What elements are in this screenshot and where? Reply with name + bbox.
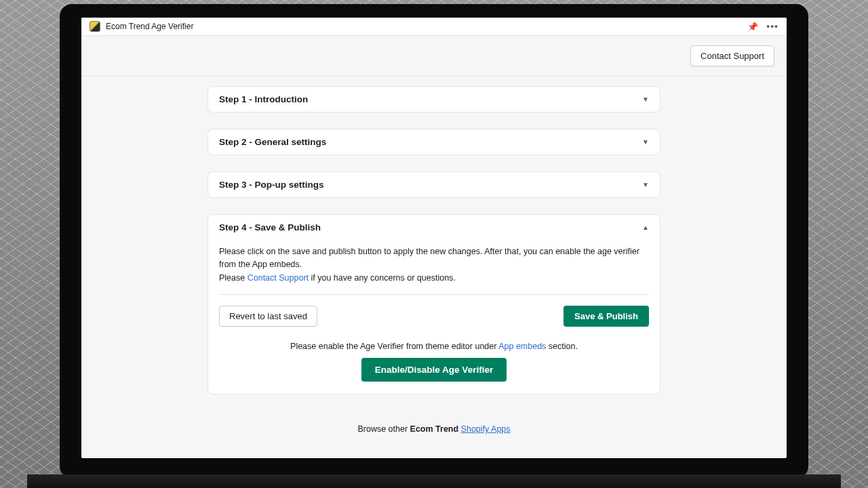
laptop-frame: Ecom Trend Age Verifier 📌 ••• Contact Su… — [60, 4, 808, 479]
app-embeds-link[interactable]: App embeds — [498, 342, 546, 351]
step3-accordion: Step 3 - Pop-up settings ▼ — [208, 171, 660, 198]
titlebar: Ecom Trend Age Verifier 📌 ••• — [81, 18, 787, 36]
step4-body: Please click on the save and publish but… — [208, 240, 660, 394]
save-publish-button[interactable]: Save & Publish — [564, 306, 649, 327]
contact-support-link[interactable]: Contact Support — [248, 273, 309, 283]
step1-header[interactable]: Step 1 - Introduction ▼ — [208, 87, 660, 112]
enable-text-post: section. — [546, 342, 578, 351]
caret-down-icon: ▼ — [642, 138, 649, 146]
app-screen: Ecom Trend Age Verifier 📌 ••• Contact Su… — [81, 18, 787, 458]
step4-actions: Revert to last saved Save & Publish — [219, 306, 649, 327]
step4-body-line1: Please click on the save and publish but… — [219, 247, 639, 269]
step4-body-after: if you have any concerns or questions. — [309, 273, 456, 283]
content-area: Step 1 - Introduction ▼ Step 2 - General… — [81, 77, 787, 458]
step2-title: Step 2 - General settings — [219, 137, 326, 147]
step3-header[interactable]: Step 3 - Pop-up settings ▼ — [208, 172, 660, 197]
revert-button[interactable]: Revert to last saved — [219, 306, 317, 327]
app-icon — [90, 21, 100, 32]
footer-pre: Browse other — [357, 424, 410, 434]
caret-down-icon: ▼ — [642, 96, 649, 103]
step2-header[interactable]: Step 2 - General settings ▼ — [208, 129, 660, 155]
caret-up-icon: ▲ — [642, 224, 649, 231]
step1-title: Step 1 - Introduction — [219, 94, 308, 104]
step4-description: Please click on the save and publish but… — [219, 240, 649, 294]
container: Step 1 - Introduction ▼ Step 2 - General… — [208, 86, 660, 447]
step4-header[interactable]: Step 4 - Save & Publish ▲ — [208, 215, 660, 240]
footer-brand: Ecom Trend — [410, 424, 459, 434]
laptop-base — [27, 474, 841, 488]
contact-support-button[interactable]: Contact Support — [690, 45, 774, 66]
enable-disable-button[interactable]: Enable/Disable Age Verifier — [361, 358, 507, 382]
titlebar-actions: 📌 ••• — [747, 21, 778, 32]
shopify-apps-link[interactable]: Shopify Apps — [461, 424, 511, 434]
app-title: Ecom Trend Age Verifier — [106, 22, 747, 31]
enable-section: Please enable the Age Verifier from them… — [219, 342, 649, 382]
divider — [219, 294, 649, 295]
more-menu-icon[interactable]: ••• — [766, 21, 778, 32]
step4-body-please: Please — [219, 273, 248, 283]
footer: Browse other Ecom Trend Shopify Apps — [208, 411, 660, 447]
step4-accordion: Step 4 - Save & Publish ▲ Please click o… — [208, 214, 660, 394]
toolbar: Contact Support — [81, 36, 787, 77]
step1-accordion: Step 1 - Introduction ▼ — [208, 86, 660, 113]
step3-title: Step 3 - Pop-up settings — [219, 180, 324, 190]
step4-title: Step 4 - Save & Publish — [219, 222, 321, 232]
caret-down-icon: ▼ — [642, 181, 649, 188]
pin-icon[interactable]: 📌 — [747, 22, 758, 32]
step2-accordion: Step 2 - General settings ▼ — [208, 129, 660, 155]
enable-text-pre: Please enable the Age Verifier from them… — [290, 342, 498, 351]
enable-hint: Please enable the Age Verifier from them… — [219, 342, 649, 351]
